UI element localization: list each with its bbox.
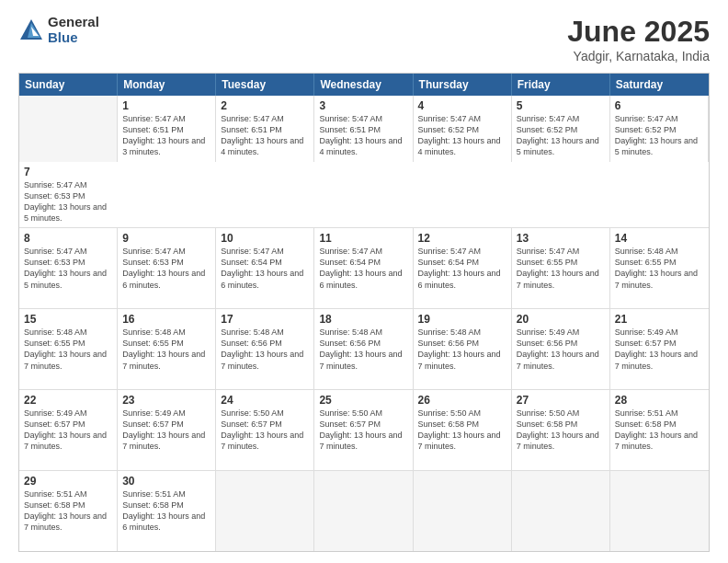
table-row: 30Sunrise: 5:51 AMSunset: 6:58 PMDayligh… — [118, 471, 216, 551]
calendar-row-3: 15Sunrise: 5:48 AMSunset: 6:55 PMDayligh… — [19, 308, 709, 389]
table-row — [216, 471, 314, 551]
header-monday: Monday — [118, 74, 216, 96]
calendar-row-5: 29Sunrise: 5:51 AMSunset: 6:58 PMDayligh… — [19, 470, 709, 551]
table-row — [19, 96, 118, 162]
calendar: Sunday Monday Tuesday Wednesday Thursday… — [18, 73, 710, 552]
calendar-row-1: 1Sunrise: 5:47 AMSunset: 6:51 PMDaylight… — [19, 96, 709, 227]
header: General Blue June 2025 Yadgir, Karnataka… — [18, 15, 710, 63]
table-row: 6Sunrise: 5:47 AMSunset: 6:52 PMDaylight… — [610, 96, 709, 162]
header-saturday: Saturday — [610, 74, 709, 96]
calendar-row-4: 22Sunrise: 5:49 AMSunset: 6:57 PMDayligh… — [19, 389, 709, 470]
table-row: 7Sunrise: 5:47 AMSunset: 6:53 PMDaylight… — [19, 162, 118, 228]
header-wednesday: Wednesday — [314, 74, 413, 96]
table-row: 23Sunrise: 5:49 AMSunset: 6:57 PMDayligh… — [118, 390, 216, 470]
header-sunday: Sunday — [19, 74, 118, 96]
header-thursday: Thursday — [414, 74, 512, 96]
location-subtitle: Yadgir, Karnataka, India — [567, 49, 710, 63]
table-row: 19Sunrise: 5:48 AMSunset: 6:56 PMDayligh… — [414, 309, 512, 389]
title-block: June 2025 Yadgir, Karnataka, India — [567, 15, 710, 63]
page: General Blue June 2025 Yadgir, Karnataka… — [0, 0, 728, 563]
table-row — [512, 471, 610, 551]
calendar-row-2: 8Sunrise: 5:47 AMSunset: 6:53 PMDaylight… — [19, 227, 709, 308]
month-title: June 2025 — [567, 15, 710, 49]
table-row — [314, 471, 413, 551]
table-row: 10Sunrise: 5:47 AMSunset: 6:54 PMDayligh… — [216, 228, 314, 308]
table-row: 29Sunrise: 5:51 AMSunset: 6:58 PMDayligh… — [19, 471, 118, 551]
logo-text: General Blue — [48, 15, 99, 45]
calendar-body: 1Sunrise: 5:47 AMSunset: 6:51 PMDaylight… — [19, 96, 709, 551]
table-row: 27Sunrise: 5:50 AMSunset: 6:58 PMDayligh… — [512, 390, 610, 470]
table-row: 15Sunrise: 5:48 AMSunset: 6:55 PMDayligh… — [19, 309, 118, 389]
table-row: 2Sunrise: 5:47 AMSunset: 6:51 PMDaylight… — [216, 96, 314, 162]
table-row: 25Sunrise: 5:50 AMSunset: 6:57 PMDayligh… — [314, 390, 413, 470]
table-row: 17Sunrise: 5:48 AMSunset: 6:56 PMDayligh… — [216, 309, 314, 389]
table-row: 14Sunrise: 5:48 AMSunset: 6:55 PMDayligh… — [610, 228, 709, 308]
table-row: 28Sunrise: 5:51 AMSunset: 6:58 PMDayligh… — [610, 390, 709, 470]
table-row: 21Sunrise: 5:49 AMSunset: 6:57 PMDayligh… — [610, 309, 709, 389]
table-row: 26Sunrise: 5:50 AMSunset: 6:58 PMDayligh… — [414, 390, 512, 470]
table-row: 20Sunrise: 5:49 AMSunset: 6:56 PMDayligh… — [512, 309, 610, 389]
logo-icon — [18, 17, 44, 43]
table-row: 5Sunrise: 5:47 AMSunset: 6:52 PMDaylight… — [512, 96, 610, 162]
table-row: 8Sunrise: 5:47 AMSunset: 6:53 PMDaylight… — [19, 228, 118, 308]
calendar-header: Sunday Monday Tuesday Wednesday Thursday… — [19, 74, 709, 96]
table-row: 4Sunrise: 5:47 AMSunset: 6:52 PMDaylight… — [414, 96, 512, 162]
table-row: 18Sunrise: 5:48 AMSunset: 6:56 PMDayligh… — [314, 309, 413, 389]
table-row — [610, 471, 709, 551]
table-row: 13Sunrise: 5:47 AMSunset: 6:55 PMDayligh… — [512, 228, 610, 308]
table-row: 1Sunrise: 5:47 AMSunset: 6:51 PMDaylight… — [118, 96, 216, 162]
logo-general-text: General — [48, 15, 99, 30]
header-tuesday: Tuesday — [216, 74, 314, 96]
table-row: 11Sunrise: 5:47 AMSunset: 6:54 PMDayligh… — [314, 228, 413, 308]
table-row — [414, 471, 512, 551]
header-friday: Friday — [512, 74, 610, 96]
table-row: 12Sunrise: 5:47 AMSunset: 6:54 PMDayligh… — [414, 228, 512, 308]
logo-blue-text: Blue — [48, 30, 99, 46]
table-row: 3Sunrise: 5:47 AMSunset: 6:51 PMDaylight… — [314, 96, 413, 162]
table-row: 16Sunrise: 5:48 AMSunset: 6:55 PMDayligh… — [118, 309, 216, 389]
logo: General Blue — [18, 15, 99, 45]
table-row: 22Sunrise: 5:49 AMSunset: 6:57 PMDayligh… — [19, 390, 118, 470]
table-row: 24Sunrise: 5:50 AMSunset: 6:57 PMDayligh… — [216, 390, 314, 470]
table-row: 9Sunrise: 5:47 AMSunset: 6:53 PMDaylight… — [118, 228, 216, 308]
